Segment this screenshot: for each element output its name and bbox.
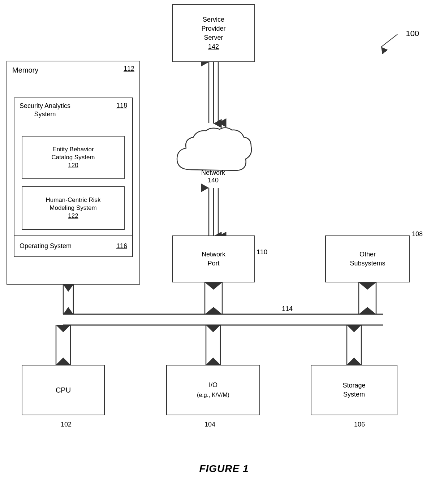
svg-marker-18: [359, 282, 376, 290]
ebc-box: Entity BehaviorCatalog System120: [22, 136, 125, 179]
sa-ref: 118: [116, 101, 127, 110]
hcr-box: Human-Centric RiskModeling System122: [22, 186, 125, 230]
storage-label: StorageSystem: [343, 381, 365, 399]
bus-ref-label: 114: [282, 305, 293, 313]
svg-marker-22: [56, 358, 70, 365]
svg-marker-26: [206, 358, 220, 365]
svg-marker-11: [63, 307, 73, 314]
ebc-label: Entity BehaviorCatalog System120: [52, 146, 95, 169]
ref-100: 100: [406, 29, 419, 38]
ebc-ref: 120: [68, 162, 78, 169]
storage-ref-text: 106: [354, 421, 365, 428]
cpu-label: CPU: [56, 385, 71, 395]
service-provider-box: ServiceProviderServer142: [172, 4, 255, 62]
svg-marker-14: [205, 282, 222, 290]
bus-ref-text: 114: [282, 305, 293, 312]
io-ref: 104: [204, 421, 215, 428]
svg-marker-23: [56, 325, 70, 332]
sa-label: Security AnalyticsSystem: [20, 102, 70, 119]
os-box: Operating System 116: [14, 235, 133, 257]
storage-box: StorageSystem: [311, 365, 397, 415]
diagram: 100 Memory 112 Security AnalyticsSystem …: [0, 0, 448, 489]
sps-ref: 142: [208, 43, 219, 50]
network-label: Network 140: [201, 169, 225, 184]
hcr-label: Human-Centric RiskModeling System122: [46, 196, 100, 220]
memory-label: Memory: [12, 65, 38, 75]
cpu-ref-text: 102: [61, 421, 72, 428]
network-text: Network: [201, 169, 225, 176]
svg-marker-19: [359, 307, 376, 314]
sps-label: ServiceProviderServer142: [201, 15, 225, 52]
network-port-box: NetworkPort: [172, 235, 255, 282]
network-cloud: Network 140: [166, 123, 260, 188]
os2-label: OtherSubsystems: [350, 250, 385, 268]
memory-ref: 112: [124, 64, 134, 73]
svg-line-36: [381, 34, 397, 47]
os-label: Operating System: [20, 242, 72, 251]
other-subsystems-box: OtherSubsystems: [325, 235, 410, 282]
svg-marker-10: [63, 285, 73, 292]
np-ref-label: 110: [257, 248, 267, 256]
np-label: NetworkPort: [202, 250, 225, 268]
network-ref: 140: [208, 177, 219, 184]
io-ref-text: 104: [204, 421, 215, 428]
cpu-box: CPU: [22, 365, 105, 415]
cpu-ref: 102: [61, 421, 72, 428]
svg-marker-30: [347, 358, 361, 365]
os2-ref-label: 108: [412, 230, 423, 238]
figure-caption: FIGURE 1: [199, 463, 249, 475]
svg-marker-15: [205, 307, 222, 314]
svg-marker-27: [206, 325, 220, 332]
hcr-ref: 122: [68, 212, 78, 219]
os-ref: 116: [116, 242, 127, 251]
io-label: I/O(e.g., K/V/M): [197, 380, 229, 400]
svg-marker-31: [347, 325, 361, 332]
storage-ref: 106: [354, 421, 365, 428]
io-box: I/O(e.g., K/V/M): [166, 365, 260, 415]
